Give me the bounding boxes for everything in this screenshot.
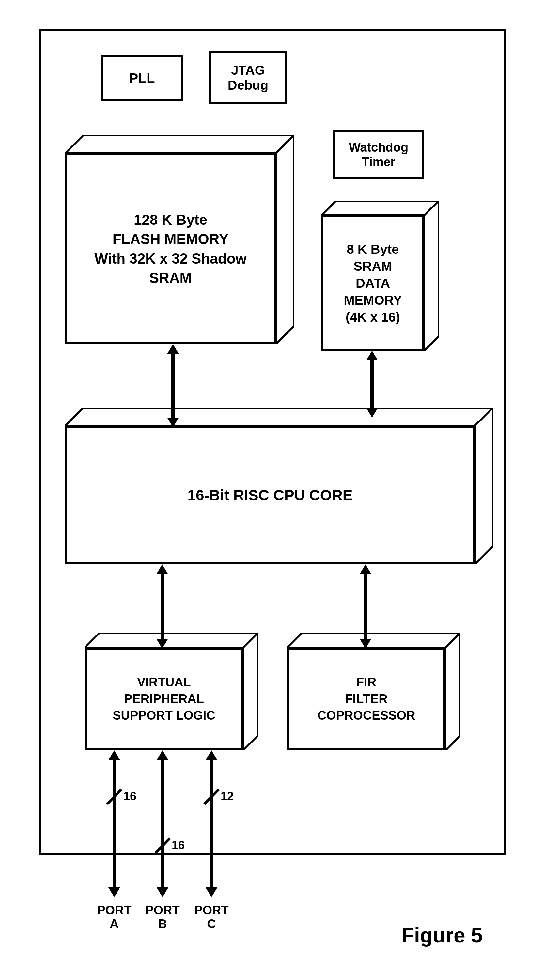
svg-marker-31: [206, 750, 217, 760]
svg-marker-7: [243, 633, 258, 750]
block-vpsl: VIRTUAL PERIPHERAL SUPPORT LOGIC: [85, 633, 258, 750]
block-flash: 128 K Byte FLASH MEMORY With 32K x 32 Sh…: [65, 135, 294, 344]
block-pll-label: PLL: [129, 70, 155, 86]
svg-marker-5: [475, 408, 493, 564]
block-jtag-label: JTAG Debug: [228, 63, 268, 93]
block-flash-label: 128 K Byte FLASH MEMORY With 32K x 32 Sh…: [94, 210, 247, 288]
block-fir: FIR FILTER COPROCESSOR: [287, 633, 460, 750]
block-cpu-label: 16-Bit RISC CPU CORE: [187, 486, 352, 504]
block-vpsl-label: VIRTUAL PERIPHERAL SUPPORT LOGIC: [113, 674, 215, 724]
arrow-port-c: [202, 750, 228, 897]
bus-width-c: 12: [221, 789, 234, 803]
port-b-label: PORT B: [143, 903, 182, 931]
svg-marker-0: [65, 135, 294, 153]
svg-marker-3: [424, 201, 439, 351]
svg-marker-1: [276, 135, 294, 344]
figure-caption: Figure 5: [402, 923, 483, 947]
svg-marker-4: [65, 408, 493, 426]
svg-marker-9: [445, 633, 460, 750]
svg-marker-28: [157, 887, 168, 897]
port-c-label: PORT C: [192, 903, 231, 931]
svg-marker-23: [108, 750, 120, 760]
svg-marker-2: [322, 201, 439, 215]
arrow-cpu-fir: [359, 564, 372, 649]
svg-marker-17: [156, 564, 168, 574]
svg-marker-24: [108, 887, 120, 897]
bus-width-b: 16: [172, 839, 185, 852]
block-sram: 8 K Byte SRAM DATA MEMORY (4K x 16): [322, 201, 439, 351]
arrow-cpu-vpsl: [156, 564, 169, 649]
block-fir-label: FIR FILTER COPROCESSOR: [318, 674, 415, 724]
block-cpu: 16-Bit RISC CPU CORE: [65, 408, 493, 564]
block-sram-label: 8 K Byte SRAM DATA MEMORY (4K x 16): [343, 241, 402, 326]
svg-marker-6: [85, 633, 258, 647]
svg-marker-11: [167, 344, 179, 354]
arrow-sram-cpu: [365, 351, 378, 418]
arrow-port-b: [153, 750, 179, 897]
svg-marker-21: [360, 639, 372, 649]
svg-marker-8: [287, 633, 460, 647]
svg-marker-15: [366, 408, 378, 418]
arrow-flash-cpu: [167, 344, 180, 428]
svg-marker-27: [157, 750, 168, 760]
svg-marker-20: [360, 564, 372, 574]
block-watchdog: Watchdog Timer: [333, 130, 424, 180]
svg-marker-32: [206, 887, 217, 897]
bus-width-a: 16: [123, 789, 137, 803]
port-a-label: PORT A: [95, 903, 134, 931]
block-watchdog-label: Watchdog Timer: [349, 141, 408, 169]
block-jtag: JTAG Debug: [209, 51, 287, 105]
svg-marker-12: [167, 418, 179, 428]
block-pll: PLL: [101, 55, 183, 101]
svg-marker-14: [366, 351, 378, 361]
svg-marker-18: [156, 639, 168, 649]
arrow-port-a: [105, 750, 130, 897]
